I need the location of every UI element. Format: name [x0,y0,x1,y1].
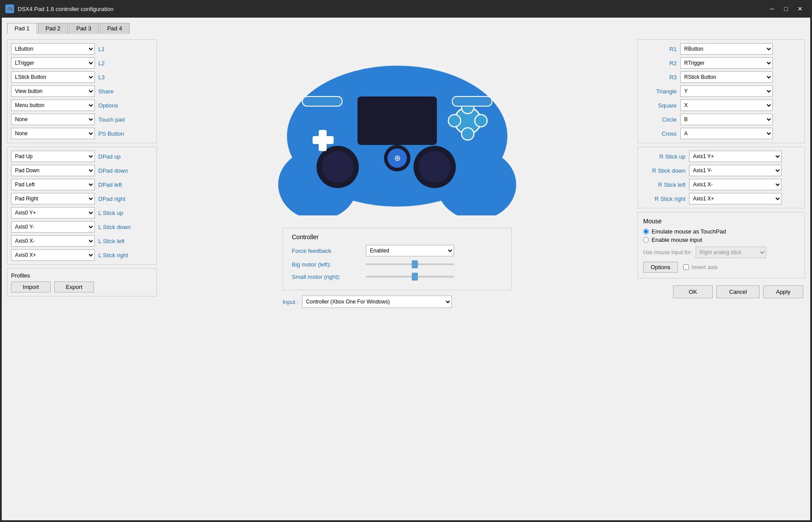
small-motor-row: Small motor (right): [292,272,503,281]
svg-point-13 [475,115,487,127]
r2-row: R2 RTriggerNone [641,57,801,69]
mouse-input-select: Right analog stick [696,247,766,258]
touchpad-mapping-row: NoneLButton Touch pad [11,114,153,125]
tab-pad2[interactable]: Pad 2 [38,23,68,34]
import-button[interactable]: Import [11,281,51,292]
l3-select[interactable]: LStick ButtonNone [11,71,95,83]
invert-axis-row: Invert axis [683,264,718,270]
lstick-down-select[interactable]: Axis0 Y-None [11,221,95,233]
svg-point-5 [322,151,354,183]
window-controls: ─ □ ✕ [765,3,807,15]
close-button[interactable]: ✕ [793,3,807,15]
left-panel: LButtonNoneLTrigger L1 LTriggerNone L2 L… [7,39,157,515]
options-select[interactable]: Menu buttonNone [11,100,95,111]
square-select[interactable]: XNone [680,100,773,111]
big-motor-row: Big motor (left): [292,260,503,269]
right-button-mappings: R1 RButtonNone R2 RTriggerNone R3 RStick… [637,39,805,143]
triangle-label: Triangle [641,88,677,95]
tab-pad3[interactable]: Pad 3 [69,23,99,34]
rstick-up-label: R Stick up [641,153,685,160]
tab-pad4[interactable]: Pad 4 [100,23,130,34]
rstick-down-select[interactable]: Axis1 Y-None [689,165,782,176]
dpad-right-label: DPad right [98,196,129,202]
lstick-up-row: Axis0 Y+None L Stick up [11,207,153,218]
small-motor-label: Small motor (right): [292,274,362,280]
r1-select[interactable]: RButtonNone [680,43,773,55]
enable-mouse-label[interactable]: Enable mouse input [652,237,702,243]
ok-button[interactable]: OK [673,285,713,298]
touchpad-select[interactable]: NoneLButton [11,114,95,125]
emulate-touchpad-radio[interactable] [643,229,649,234]
dpad-up-label: DPad up [98,153,129,160]
svg-point-12 [448,115,461,127]
cross-row: Cross ANone [641,128,801,139]
l3-mapping-row: LStick ButtonNone L3 [11,71,153,83]
emulate-touchpad-label[interactable]: Emulate mouse as TouchPad [652,228,726,235]
cross-label: Cross [641,130,677,137]
svg-point-14 [462,128,474,140]
lstick-right-row: Axis0 X+None L Stick right [11,249,153,261]
ps-select[interactable]: NoneLButton [11,128,95,139]
lstick-right-label: L Stick right [98,252,129,259]
r2-select[interactable]: RTriggerNone [680,57,773,69]
mouse-options-button[interactable]: Options [643,262,678,273]
circle-select[interactable]: BNone [680,114,773,125]
apply-button[interactable]: Apply [763,285,803,298]
small-motor-slider[interactable] [366,272,454,281]
share-select[interactable]: View buttonNone [11,85,95,97]
l1-select[interactable]: LButtonNoneLTrigger [11,43,95,55]
button-mappings-section: LButtonNoneLTrigger L1 LTriggerNone L2 L… [7,39,157,143]
invert-axis-label[interactable]: Invert axis [692,264,718,270]
cancel-button[interactable]: Cancel [716,285,760,298]
lstick-up-select[interactable]: Axis0 Y+None [11,207,95,218]
invert-axis-checkbox[interactable] [683,264,689,270]
r3-select[interactable]: RStick ButtonNone [680,71,773,83]
big-motor-slider[interactable] [366,260,454,269]
main-window: Pad 1 Pad 2 Pad 3 Pad 4 LButtonNoneLTrig… [2,18,810,520]
lstick-right-select[interactable]: Axis0 X+None [11,249,95,261]
enable-mouse-radio[interactable] [643,237,649,243]
cross-select[interactable]: ANone [680,128,773,139]
dpad-up-select[interactable]: Pad UpNone [11,151,95,162]
mouse-section: Mouse Emulate mouse as TouchPad Enable m… [637,212,805,278]
touchpad-label: Touch pad [98,116,129,123]
rstick-right-row: R Stick right Axis1 X+None [641,193,801,204]
controller-settings: Controller Force feedback Enabled Disabl… [283,228,512,290]
options-mapping-row: Menu buttonNone Options [11,100,153,111]
tab-pad1[interactable]: Pad 1 [7,23,37,34]
right-panel: R1 RButtonNone R2 RTriggerNone R3 RStick… [637,39,805,515]
svg-rect-3 [358,96,437,145]
app-icon: 🎮 [5,4,14,13]
l1-mapping-row: LButtonNoneLTrigger L1 [11,43,153,55]
dpad-left-row: Pad LeftNone DPad left [11,179,153,190]
l1-label: L1 [98,46,129,52]
export-button[interactable]: Export [54,281,94,292]
force-feedback-select[interactable]: Enabled Disabled [366,245,454,256]
force-feedback-row: Force feedback Enabled Disabled [292,245,503,256]
triangle-select[interactable]: YNone [680,85,773,97]
content-area: LButtonNoneLTrigger L1 LTriggerNone L2 L… [7,39,805,515]
maximize-button[interactable]: □ [779,3,793,15]
r3-row: R3 RStick ButtonNone [641,71,801,83]
mouse-input-row: Use mouse input for: Right analog stick [643,247,799,258]
dpad-right-select[interactable]: Pad RightNone [11,193,95,204]
input-select[interactable]: Controller (Xbox One For Windows) Direct… [302,296,452,308]
r2-label: R2 [641,60,677,67]
mouse-title: Mouse [643,218,799,225]
mouse-input-for-label: Use mouse input for: [643,249,692,255]
rstick-up-row: R Stick up Axis1 Y+None [641,151,801,162]
dpad-down-select[interactable]: Pad DownNone [11,165,95,176]
action-buttons: OK Cancel Apply [637,285,805,298]
rstick-up-select[interactable]: Axis1 Y+None [689,151,782,162]
center-panel: ⊕ Controller Force feedback Enabled Disa… [160,39,634,515]
r1-label: R1 [641,46,677,52]
rstick-right-select[interactable]: Axis1 X+None [689,193,782,204]
title-bar: 🎮 DSX4 Pad 1.8 controller configuration … [0,0,812,18]
input-row: Input : Controller (Xbox One For Windows… [283,296,512,308]
rstick-left-select[interactable]: Axis1 X-None [689,179,782,190]
lstick-left-select[interactable]: Axis0 X-None [11,235,95,247]
dpad-left-select[interactable]: Pad LeftNone [11,179,95,190]
minimize-button[interactable]: ─ [765,3,778,15]
l2-select[interactable]: LTriggerNone [11,57,95,69]
profiles-section: Profiles Import Export [7,268,157,296]
